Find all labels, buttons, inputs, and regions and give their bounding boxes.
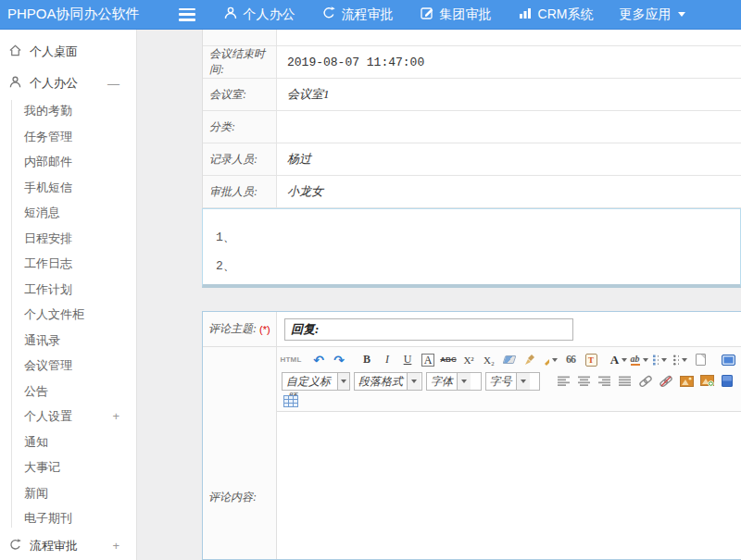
- top-navigation: 个人办公 流程审批 集团审批 CRM系统 更多应用: [223, 6, 686, 23]
- sidebar-item-news[interactable]: 新闻: [0, 480, 136, 506]
- sidebar-item-schedule[interactable]: 日程安排: [0, 226, 136, 252]
- sidebar-item-announcement[interactable]: 公告: [0, 379, 136, 404]
- meeting-detail-table: 会议结束时间: 2019-08-07 11:47:00 会议室: 会议室1 分类…: [202, 30, 741, 208]
- sidebar-item-short-message[interactable]: 短消息: [0, 200, 136, 226]
- field-label: 分类:: [203, 111, 277, 143]
- align-left-icon[interactable]: [555, 372, 573, 390]
- sidebar-item-personal-files[interactable]: 个人文件柜: [0, 302, 136, 328]
- dropdown-caret-icon: [661, 358, 667, 362]
- sidebar-item-label: 个人设置: [24, 404, 72, 429]
- unordered-list-icon[interactable]: [671, 351, 689, 368]
- sidebar-item-task-management[interactable]: 任务管理: [0, 124, 136, 150]
- subscript-button[interactable]: X₂: [480, 351, 498, 368]
- sidebar-item-meeting-management[interactable]: 会议管理: [0, 353, 136, 379]
- dropdown-button[interactable]: [516, 373, 530, 390]
- insert-link-icon[interactable]: [636, 372, 655, 390]
- new-page-icon[interactable]: [691, 351, 710, 368]
- bold-button[interactable]: B: [358, 351, 376, 368]
- paste-as-text-icon[interactable]: T: [582, 351, 600, 368]
- highlight-glyph: ab: [631, 354, 640, 366]
- comment-subject-cell: [277, 312, 741, 346]
- edit-icon: [420, 6, 434, 23]
- sidebar-item-notice[interactable]: 通知: [0, 429, 136, 455]
- sidebar-item-contacts[interactable]: 通讯录: [0, 328, 136, 354]
- nav-workflow-approval[interactable]: 流程审批: [321, 6, 394, 23]
- clear-format-broom-icon[interactable]: [521, 351, 539, 368]
- comment-form: 评论主题: (*) 评论内容: HTML ↶ ↷ B I U: [202, 311, 741, 560]
- font-size-select[interactable]: 字号: [485, 372, 541, 391]
- underline-button[interactable]: U: [398, 351, 417, 368]
- app-title: PHPOA协同办公软件: [0, 6, 140, 23]
- editor-content-area[interactable]: [277, 412, 741, 559]
- dropdown-caret-icon: [521, 380, 526, 383]
- nav-personal-office[interactable]: 个人办公: [223, 6, 295, 23]
- expand-plus-icon[interactable]: +: [112, 539, 119, 553]
- collapse-minus-icon[interactable]: —: [107, 77, 119, 91]
- paragraph-format-select[interactable]: 段落格式: [354, 372, 422, 391]
- dropdown-caret-icon: [682, 358, 687, 362]
- hamburger-menu-icon[interactable]: [179, 8, 195, 21]
- table-row-recorder: 记录人员: 杨过: [203, 143, 741, 176]
- sidebar-item-label: 内部邮件: [24, 149, 72, 175]
- align-center-icon[interactable]: [575, 372, 594, 390]
- sidebar-item-work-plan[interactable]: 工作计划: [0, 277, 136, 303]
- boxed-a-button[interactable]: A: [419, 351, 437, 368]
- heading-select[interactable]: 自定义标题: [282, 372, 350, 391]
- comment-subject-row: 评论主题: (*): [203, 312, 741, 347]
- field-value: 小龙女: [277, 176, 741, 207]
- sidebar-item-label: 短消息: [24, 200, 60, 226]
- align-justify-icon[interactable]: [616, 372, 634, 390]
- sidebar-item-major-events[interactable]: 大事记: [0, 454, 136, 480]
- sidebar-item-label: 通知: [24, 429, 48, 455]
- sidebar-item-personal-office[interactable]: 个人办公 —: [0, 68, 136, 98]
- sidebar-item-sms[interactable]: 手机短信: [0, 175, 136, 201]
- insert-media-icon[interactable]: [718, 372, 736, 390]
- toolbar-row-3: [281, 392, 737, 410]
- insert-table-icon[interactable]: [282, 392, 300, 410]
- sidebar-item-label: 手机短信: [24, 175, 72, 201]
- nav-more-apps[interactable]: 更多应用: [619, 6, 685, 23]
- ordered-list-icon[interactable]: [650, 351, 669, 368]
- top-header-bar: PHPOA协同办公软件 个人办公 流程审批 集团审批 CRM系统 更多应用: [0, 0, 741, 30]
- font-family-select[interactable]: 字体: [426, 372, 482, 391]
- upload-image-icon[interactable]: [697, 372, 716, 390]
- dropdown-button[interactable]: [457, 373, 471, 390]
- select-value: 段落格式: [355, 373, 407, 390]
- eraser-icon[interactable]: [500, 351, 519, 368]
- redo-icon[interactable]: ↷: [330, 351, 348, 368]
- superscript-button[interactable]: X²: [459, 351, 478, 368]
- highlight-button[interactable]: ab: [630, 351, 648, 368]
- sidebar-item-e-journal[interactable]: 电子期刊: [0, 505, 136, 531]
- align-right-icon[interactable]: [596, 372, 614, 390]
- nav-label: 集团审批: [440, 6, 492, 23]
- sidebar-item-workflow-approval[interactable]: 流程审批 +: [0, 531, 136, 560]
- sidebar-item-internal-mail[interactable]: 内部邮件: [0, 149, 136, 175]
- insert-image-icon[interactable]: [677, 372, 696, 390]
- minutes-line: 1、: [216, 223, 740, 252]
- unlink-icon[interactable]: [657, 372, 675, 390]
- nav-crm-system[interactable]: CRM系统: [518, 6, 594, 23]
- table-row-meeting-end-time: 会议结束时间: 2019-08-07 11:47:00: [203, 46, 741, 79]
- field-label: 记录人员:: [203, 143, 277, 175]
- italic-button[interactable]: I: [378, 351, 396, 368]
- html-source-button[interactable]: HTML: [282, 351, 300, 368]
- strikethrough-button[interactable]: ABC: [439, 351, 458, 368]
- undo-icon[interactable]: ↶: [309, 351, 328, 368]
- field-value: [277, 30, 741, 45]
- format-painter-icon[interactable]: [541, 351, 559, 368]
- bar-chart-icon: [518, 6, 533, 23]
- dropdown-button[interactable]: [337, 373, 349, 390]
- font-color-button[interactable]: A: [609, 351, 628, 368]
- sidebar-item-personal-settings[interactable]: 个人设置+: [0, 404, 136, 429]
- expand-plus-icon[interactable]: +: [112, 404, 119, 429]
- comment-content-row: 评论内容: HTML ↶ ↷ B I U A ABC X² X₂: [203, 347, 741, 559]
- nav-group-approval[interactable]: 集团审批: [420, 6, 492, 23]
- blockquote-button[interactable]: 66: [561, 351, 580, 368]
- sidebar-item-desktop[interactable]: 个人桌面: [0, 35, 136, 68]
- sidebar-item-work-log[interactable]: 工作日志: [0, 251, 136, 277]
- comment-subject-input[interactable]: [284, 318, 573, 341]
- sidebar: 个人桌面 个人办公 — 我的考勤 任务管理 内部邮件 手机短信 短消息 日程安排…: [0, 30, 137, 560]
- sidebar-item-my-attendance[interactable]: 我的考勤: [0, 98, 136, 124]
- dropdown-button[interactable]: [407, 373, 421, 390]
- fullscreen-icon[interactable]: [719, 351, 737, 368]
